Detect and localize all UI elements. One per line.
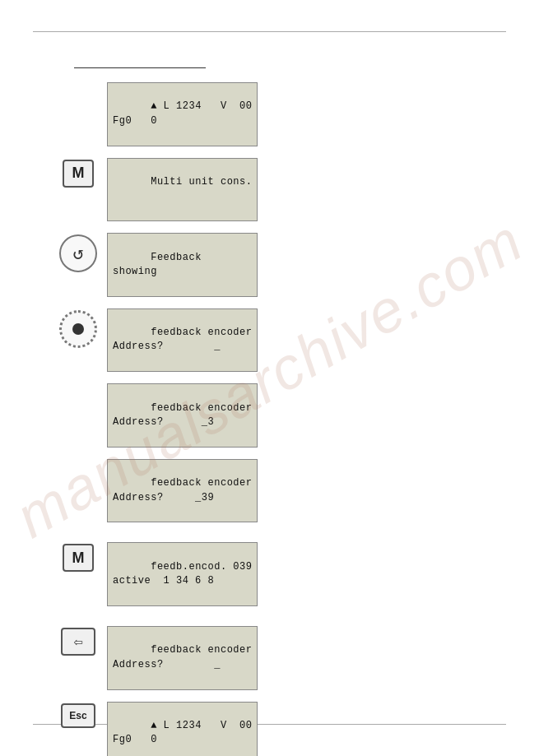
back-button[interactable]: ⇦ xyxy=(61,628,95,656)
esc-button[interactable]: Esc xyxy=(61,703,95,728)
row-9: Esc ▲ L 1234 V 00Fg0 0 xyxy=(49,702,490,757)
display-7: feedb.encod. 039active 1 34 6 8 xyxy=(107,542,258,606)
row-3: ↺ Feedback showing xyxy=(49,233,490,297)
display-1: ▲ L 1234 V 00Fg0 0 xyxy=(107,82,258,146)
rotate-icon-cell: ↺ xyxy=(49,234,107,272)
row-8: ⇦ feedback encoderAddress? _ xyxy=(49,626,490,690)
encoder-icon-cell xyxy=(49,310,107,348)
encoder-icon xyxy=(59,310,97,348)
row-4: feedback encoderAddress? _ xyxy=(49,308,490,373)
back-button-cell: ⇦ xyxy=(49,628,107,656)
back-arrow-icon: ⇦ xyxy=(74,633,83,651)
m-button-cell-2: M xyxy=(49,544,107,572)
rotate-icon: ↺ xyxy=(59,234,97,272)
display-6: feedback encoderAddress? _39 xyxy=(107,459,258,523)
display-5: feedback encoderAddress? _3 xyxy=(107,383,258,448)
display-3: Feedback showing xyxy=(107,233,258,297)
m-button-2[interactable]: M xyxy=(63,544,94,572)
display-4: feedback encoderAddress? _ xyxy=(107,308,258,373)
sub-rule xyxy=(74,67,206,68)
esc-button-cell: Esc xyxy=(49,703,107,728)
m-button-cell: M xyxy=(49,160,107,188)
row-7: M feedb.encod. 039active 1 34 6 8 xyxy=(49,542,490,606)
row-2: M Multi unit cons. xyxy=(49,158,490,222)
main-content: ▲ L 1234 V 00Fg0 0 M Multi unit cons. ↺ … xyxy=(49,82,490,756)
display-2: Multi unit cons. xyxy=(107,158,258,222)
display-9: ▲ L 1234 V 00Fg0 0 xyxy=(107,702,258,757)
encoder-center xyxy=(72,323,84,335)
display-8: feedback encoderAddress? _ xyxy=(107,626,258,690)
m-button[interactable]: M xyxy=(63,160,94,188)
row-5: feedback encoderAddress? _3 xyxy=(49,383,490,448)
top-rule xyxy=(33,31,506,32)
row-1: ▲ L 1234 V 00Fg0 0 xyxy=(49,82,490,146)
row-6: feedback encoderAddress? _39 xyxy=(49,459,490,523)
